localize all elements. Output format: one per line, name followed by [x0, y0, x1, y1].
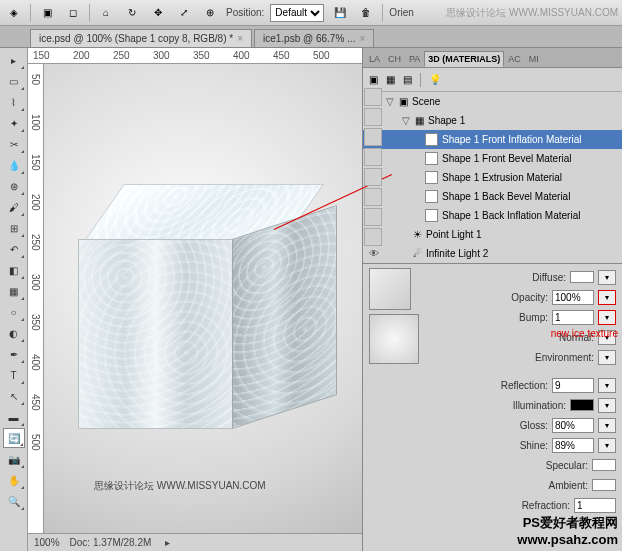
- reflection-texture-icon[interactable]: ▾: [598, 378, 616, 393]
- move-tool[interactable]: ▸: [3, 50, 25, 70]
- watermark-bottom: PS爱好者教程网 www.psahz.com: [517, 514, 618, 547]
- illumination-texture-icon[interactable]: ▾: [598, 398, 616, 413]
- crop-tool[interactable]: ✂: [3, 134, 25, 154]
- save-preset-icon[interactable]: 💾: [330, 3, 350, 23]
- scale-icon[interactable]: ⤢: [174, 3, 194, 23]
- history-brush-tool[interactable]: ↶: [3, 239, 25, 259]
- pen-tool[interactable]: ✒: [3, 344, 25, 364]
- stamp-tool[interactable]: ⊞: [3, 218, 25, 238]
- doc-size: Doc: 1.37M/28.2M: [70, 537, 152, 548]
- light-point[interactable]: 👁☀Point Light 1: [363, 225, 622, 244]
- home-icon[interactable]: ⌂: [96, 3, 116, 23]
- diffuse-label: Diffuse:: [425, 272, 566, 283]
- shine-texture-icon[interactable]: ▾: [598, 438, 616, 453]
- delete-preset-icon[interactable]: 🗑: [356, 3, 376, 23]
- illumination-swatch[interactable]: [570, 399, 594, 411]
- zoom-level[interactable]: 100%: [34, 537, 60, 548]
- document-tabs: ice.psd @ 100% (Shape 1 copy 8, RGB/8) *…: [0, 26, 622, 48]
- 3d-rotate-tool[interactable]: 🔄: [3, 428, 25, 448]
- opacity-texture-icon[interactable]: ▾: [598, 290, 616, 305]
- specular-swatch[interactable]: [592, 459, 616, 471]
- eyedropper-tool[interactable]: 💧: [3, 155, 25, 175]
- path-tool[interactable]: ↖: [3, 386, 25, 406]
- tab-3d-materials[interactable]: 3D (MATERIALS): [424, 51, 504, 67]
- close-icon[interactable]: ×: [237, 33, 243, 44]
- zoom-tool[interactable]: 🔍: [3, 491, 25, 511]
- collapsed-panel-icon[interactable]: [364, 168, 382, 186]
- reflection-label: Reflection:: [425, 380, 548, 391]
- tab-mi[interactable]: MI: [525, 51, 543, 67]
- tool-preset-icon[interactable]: ◈: [4, 3, 24, 23]
- material-front-inflation[interactable]: Shape 1 Front Inflation Material: [363, 130, 622, 149]
- canvas[interactable]: 思缘设计论坛 WWW.MISSYUAN.COM: [44, 64, 362, 533]
- bump-input[interactable]: [552, 310, 594, 325]
- rotate-icon[interactable]: ↻: [122, 3, 142, 23]
- move-icon[interactable]: ✥: [148, 3, 168, 23]
- ice-cube-3d[interactable]: [83, 184, 323, 434]
- type-tool[interactable]: T: [3, 365, 25, 385]
- material-preview-sphere[interactable]: [369, 314, 419, 364]
- shine-label: Shine:: [425, 440, 548, 451]
- material-extrusion[interactable]: Shape 1 Extrusion Material: [363, 168, 622, 187]
- collapsed-panel-icon[interactable]: [364, 188, 382, 206]
- marquee-tool[interactable]: ▭: [3, 71, 25, 91]
- gloss-label: Gloss:: [425, 420, 548, 431]
- material-back-inflation[interactable]: Shape 1 Back Inflation Material: [363, 206, 622, 225]
- scene-root[interactable]: 👁▽▣Scene: [363, 92, 622, 111]
- environment-label: Environment:: [425, 352, 594, 363]
- blur-tool[interactable]: ○: [3, 302, 25, 322]
- refraction-input[interactable]: [574, 498, 616, 513]
- panels: LA CH PA 3D (MATERIALS) AC MI ▣ ▦ ▤ 💡 👁▽…: [362, 48, 622, 551]
- material-front-bevel[interactable]: Shape 1 Front Bevel Material: [363, 149, 622, 168]
- ambient-swatch[interactable]: [592, 479, 616, 491]
- wand-tool[interactable]: ✦: [3, 113, 25, 133]
- cube-icon[interactable]: ▣: [37, 3, 57, 23]
- ruler-vertical: 50100150200250300350400450500: [28, 64, 44, 533]
- bump-texture-icon[interactable]: ▾: [598, 310, 616, 325]
- brush-tool[interactable]: 🖌: [3, 197, 25, 217]
- material-back-bevel[interactable]: Shape 1 Back Bevel Material: [363, 187, 622, 206]
- shape-node[interactable]: 👁▽▦Shape 1: [363, 111, 622, 130]
- collapsed-panel-icon[interactable]: [364, 128, 382, 146]
- tab-channels[interactable]: CH: [384, 51, 405, 67]
- tab-ice-psd[interactable]: ice.psd @ 100% (Shape 1 copy 8, RGB/8) *…: [30, 29, 252, 47]
- canvas-watermark: 思缘设计论坛 WWW.MISSYUAN.COM: [94, 479, 266, 493]
- light-infinite[interactable]: 👁☄Infinite Light 2: [363, 244, 622, 263]
- gloss-texture-icon[interactable]: ▾: [598, 418, 616, 433]
- tab-actions[interactable]: AC: [504, 51, 525, 67]
- tab-paths[interactable]: PA: [405, 51, 424, 67]
- opacity-input[interactable]: [552, 290, 594, 305]
- collapsed-panel-icon[interactable]: [364, 108, 382, 126]
- close-icon[interactable]: ×: [359, 33, 365, 44]
- material-preview-small[interactable]: [369, 268, 411, 310]
- tab-ice1-psb[interactable]: ice1.psb @ 66.7% ...×: [254, 29, 374, 47]
- collapsed-panel-icon[interactable]: [364, 88, 382, 106]
- reflection-input[interactable]: [552, 378, 594, 393]
- diffuse-texture-icon[interactable]: ▾: [598, 270, 616, 285]
- options-bar: ◈ ▣ ◻ ⌂ ↻ ✥ ⤢ ⊕ Position: Default 💾 🗑 Or…: [0, 0, 622, 26]
- gradient-tool[interactable]: ▦: [3, 281, 25, 301]
- shine-input[interactable]: [552, 438, 594, 453]
- lasso-tool[interactable]: ⌇: [3, 92, 25, 112]
- collapsed-panel-icon[interactable]: [364, 228, 382, 246]
- hand-tool[interactable]: ✋: [3, 470, 25, 490]
- filter-light-icon[interactable]: 💡: [429, 74, 441, 85]
- cube-wire-icon[interactable]: ◻: [63, 3, 83, 23]
- filter-material-icon[interactable]: ▤: [403, 74, 412, 85]
- shape-tool[interactable]: ▬: [3, 407, 25, 427]
- eraser-tool[interactable]: ◧: [3, 260, 25, 280]
- collapsed-panel-icon[interactable]: [364, 148, 382, 166]
- dodge-tool[interactable]: ◐: [3, 323, 25, 343]
- heal-tool[interactable]: ⊛: [3, 176, 25, 196]
- collapsed-panel-icon[interactable]: [364, 208, 382, 226]
- environment-texture-icon[interactable]: ▾: [598, 350, 616, 365]
- zoom-icon[interactable]: ⊕: [200, 3, 220, 23]
- 3d-camera-tool[interactable]: 📷: [3, 449, 25, 469]
- gloss-input[interactable]: [552, 418, 594, 433]
- bump-label: Bump:: [425, 312, 548, 323]
- diffuse-swatch[interactable]: [570, 271, 594, 283]
- position-select[interactable]: Default: [270, 4, 324, 22]
- filter-mesh-icon[interactable]: ▦: [386, 74, 395, 85]
- annotation-text: new ice texture: [551, 328, 618, 339]
- opacity-label: Opacity:: [425, 292, 548, 303]
